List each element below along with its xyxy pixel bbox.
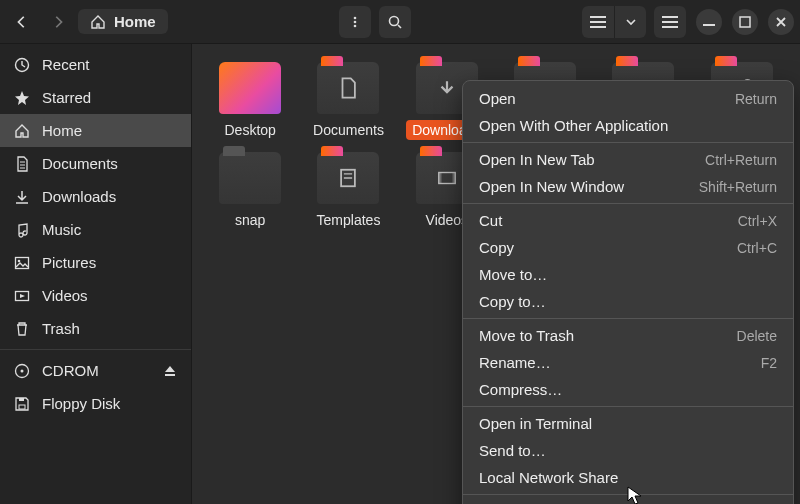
star-icon — [14, 90, 30, 106]
menu-item-compress[interactable]: Compress… — [463, 376, 793, 403]
search-button[interactable] — [379, 6, 411, 38]
svg-rect-5 — [590, 21, 606, 23]
svg-point-0 — [354, 16, 357, 19]
menu-item-accel: Return — [735, 91, 777, 107]
menu-item-rename[interactable]: Rename…F2 — [463, 349, 793, 376]
menu-item-label: Open With Other Application — [479, 117, 668, 134]
menu-item-cut[interactable]: CutCtrl+X — [463, 207, 793, 234]
menu-item-open-in-terminal[interactable]: Open in Terminal — [463, 410, 793, 437]
sidebar-item-music[interactable]: Music — [0, 213, 191, 246]
eject-icon[interactable] — [163, 364, 177, 378]
file-item-snap[interactable]: snap — [202, 148, 298, 234]
menu-item-star[interactable]: Star — [463, 498, 793, 504]
menu-item-label: Compress… — [479, 381, 562, 398]
sidebar-item-documents[interactable]: Documents — [0, 147, 191, 180]
menu-item-accel: Ctrl+C — [737, 240, 777, 256]
sidebar-item-label: Pictures — [42, 254, 96, 271]
sidebar-item-label: Starred — [42, 89, 91, 106]
menu-item-accel: Ctrl+X — [738, 213, 777, 229]
menu-item-open[interactable]: OpenReturn — [463, 85, 793, 112]
sidebar-item-label: CDROM — [42, 362, 99, 379]
folder-icon — [317, 62, 379, 114]
hamburger-menu-button[interactable] — [654, 6, 686, 38]
menu-item-move-to-trash[interactable]: Move to TrashDelete — [463, 322, 793, 349]
folder-icon — [317, 152, 379, 204]
menu-item-label: Open — [479, 90, 516, 107]
menu-item-label: Copy to… — [479, 293, 546, 310]
svg-rect-10 — [703, 24, 715, 26]
menu-item-label: Local Network Share — [479, 469, 618, 486]
sidebar-item-trash[interactable]: Trash — [0, 312, 191, 345]
video-icon — [14, 288, 30, 304]
home-icon — [14, 123, 30, 139]
svg-rect-6 — [590, 26, 606, 28]
menu-item-open-with-other-application[interactable]: Open With Other Application — [463, 112, 793, 139]
maximize-button[interactable] — [732, 9, 758, 35]
disc-icon — [14, 363, 30, 379]
svg-rect-19 — [19, 398, 24, 401]
svg-point-14 — [18, 259, 21, 262]
file-item-documents[interactable]: Documents — [300, 58, 396, 144]
file-label: Desktop — [218, 120, 281, 140]
kebab-menu-button[interactable] — [339, 6, 371, 38]
context-menu: OpenReturnOpen With Other ApplicationOpe… — [462, 80, 794, 504]
file-label: Documents — [307, 120, 390, 140]
sidebar-device-floppy-disk[interactable]: Floppy Disk — [0, 387, 191, 420]
file-label: snap — [229, 210, 271, 230]
menu-item-accel: F2 — [761, 355, 777, 371]
sidebar-separator — [0, 349, 191, 350]
folder-icon — [219, 62, 281, 114]
svg-point-3 — [389, 16, 398, 25]
floppy-icon — [14, 396, 30, 412]
sidebar-item-label: Recent — [42, 56, 90, 73]
path-label: Home — [114, 13, 156, 30]
menu-item-move-to[interactable]: Move to… — [463, 261, 793, 288]
document-icon — [14, 156, 30, 172]
sidebar-item-label: Music — [42, 221, 81, 238]
menu-item-open-in-new-tab[interactable]: Open In New TabCtrl+Return — [463, 146, 793, 173]
sidebar-item-label: Trash — [42, 320, 80, 337]
sidebar-item-downloads[interactable]: Downloads — [0, 180, 191, 213]
menu-separator — [463, 142, 793, 143]
menu-item-open-in-new-window[interactable]: Open In New WindowShift+Return — [463, 173, 793, 200]
view-dropdown-button[interactable] — [614, 6, 646, 38]
menu-item-accel: Shift+Return — [699, 179, 777, 195]
list-view-button[interactable] — [582, 6, 614, 38]
menu-item-label: Copy — [479, 239, 514, 256]
sidebar-item-videos[interactable]: Videos — [0, 279, 191, 312]
menu-item-local-network-share[interactable]: Local Network Share — [463, 464, 793, 491]
music-icon — [14, 222, 30, 238]
sidebar-item-pictures[interactable]: Pictures — [0, 246, 191, 279]
menu-item-send-to[interactable]: Send to… — [463, 437, 793, 464]
sidebar-item-label: Home — [42, 122, 82, 139]
svg-rect-18 — [19, 405, 25, 409]
menu-separator — [463, 494, 793, 495]
svg-rect-11 — [740, 17, 750, 27]
forward-button[interactable] — [42, 6, 74, 38]
menu-item-label: Rename… — [479, 354, 551, 371]
tpl-glyph-icon — [317, 152, 379, 204]
back-button[interactable] — [6, 6, 38, 38]
minimize-button[interactable] — [696, 9, 722, 35]
close-button[interactable] — [768, 9, 794, 35]
svg-rect-4 — [590, 16, 606, 18]
sidebar-device-cdrom[interactable]: CDROM — [0, 354, 191, 387]
file-item-desktop[interactable]: Desktop — [202, 58, 298, 144]
path-bar[interactable]: Home — [78, 9, 168, 34]
sidebar-item-home[interactable]: Home — [0, 114, 191, 147]
menu-item-label: Open in Terminal — [479, 415, 592, 432]
doc-glyph-icon — [317, 62, 379, 114]
sidebar-item-starred[interactable]: Starred — [0, 81, 191, 114]
menu-item-label: Send to… — [479, 442, 546, 459]
svg-point-1 — [354, 20, 357, 23]
sidebar-item-label: Videos — [42, 287, 88, 304]
menu-item-copy-to[interactable]: Copy to… — [463, 288, 793, 315]
menu-item-accel: Delete — [737, 328, 777, 344]
sidebar: RecentStarredHomeDocumentsDownloadsMusic… — [0, 44, 192, 504]
recent-icon — [14, 57, 30, 73]
file-item-templates[interactable]: Templates — [300, 148, 396, 234]
svg-rect-9 — [662, 26, 678, 28]
svg-rect-28 — [452, 173, 455, 184]
menu-item-copy[interactable]: CopyCtrl+C — [463, 234, 793, 261]
sidebar-item-recent[interactable]: Recent — [0, 48, 191, 81]
